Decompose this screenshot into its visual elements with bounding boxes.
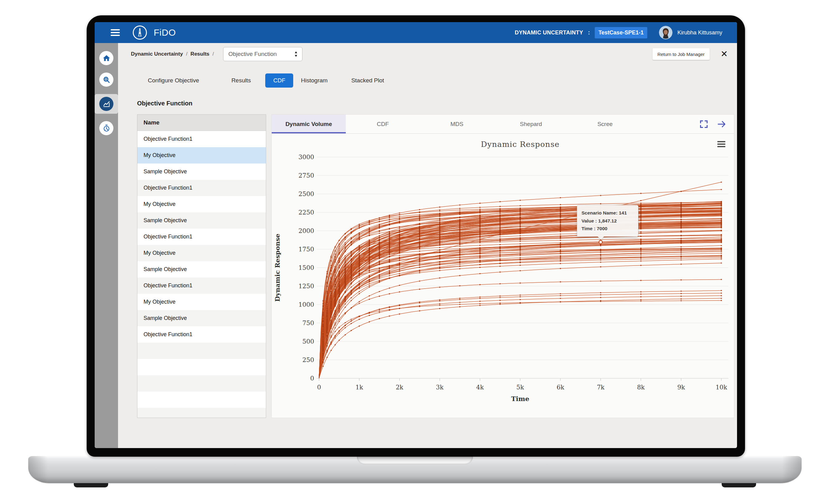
tooltip-pointer (597, 236, 604, 240)
chart-plot: 0250500750100012501500175020002250250027… (272, 134, 734, 418)
dynamic-response-chart: Dynamic Response 02505007501000125015001… (272, 134, 734, 418)
laptop-base (28, 456, 801, 483)
svg-text:6k: 6k (556, 383, 565, 391)
active-nav-highlight (95, 94, 118, 114)
svg-text:2500: 2500 (298, 190, 314, 198)
tooltip-time: Time : 7000 (581, 225, 634, 233)
svg-text:750: 750 (302, 319, 314, 327)
svg-text:1250: 1250 (298, 283, 314, 290)
svg-text:5k: 5k (516, 383, 524, 391)
empty-row (137, 359, 266, 375)
objective-row[interactable]: Objective Function1 (137, 278, 266, 294)
derrick-logo-icon (133, 26, 147, 40)
breadcrumb-bar: Dynamic Uncertainty / Results / Objectiv… (118, 43, 737, 65)
app-window: FiDO DYNAMIC UNCERTAINTY : TestCase-SPE1… (95, 22, 737, 448)
svg-text:1000: 1000 (298, 301, 314, 308)
objective-row[interactable]: Objective Function1 (137, 228, 266, 245)
svg-text:3k: 3k (436, 383, 444, 391)
app-title: FiDO (154, 27, 176, 38)
svg-text:1750: 1750 (298, 246, 314, 253)
page: FiDO DYNAMIC UNCERTAINTY : TestCase-SPE1… (0, 0, 828, 504)
objective-row[interactable]: Objective Function1 (137, 180, 266, 196)
return-to-job-manager-button[interactable]: Return to Job Manager (653, 48, 709, 60)
svg-text:250: 250 (302, 356, 314, 364)
menu-icon[interactable] (111, 29, 120, 36)
objective-function-select-value: Objective Function (229, 51, 277, 57)
chart-tab-shepard[interactable]: Shepard (494, 115, 568, 133)
empty-row (137, 343, 266, 359)
app-header: FiDO DYNAMIC UNCERTAINTY : TestCase-SPE1… (95, 22, 737, 43)
objective-function-table: Name Objective Function1My ObjectiveSamp… (137, 114, 266, 418)
svg-text:8k: 8k (637, 383, 645, 391)
chart-tab-dynamic-volume[interactable]: Dynamic Volume (272, 115, 346, 133)
chart-tab-cdf[interactable]: CDF (346, 115, 420, 133)
svg-text:Dynamic Response: Dynamic Response (274, 234, 281, 301)
page-tabs: Configure ObjectiveResultsCDFHistogramSt… (148, 71, 737, 90)
tab-stacked-plot[interactable]: Stacked Plot (351, 77, 384, 84)
objective-row[interactable]: My Objective (137, 245, 266, 261)
tab-configure-objective[interactable]: Configure Objective (148, 77, 199, 84)
svg-text:0: 0 (317, 383, 321, 391)
objective-row[interactable]: Objective Function1 (137, 326, 266, 343)
main-content: Dynamic Uncertainty / Results / Objectiv… (118, 43, 737, 448)
breadcrumb-divider: / (186, 51, 188, 57)
svg-text:2000: 2000 (298, 227, 314, 235)
svg-text:2750: 2750 (298, 172, 314, 179)
objective-row-selected[interactable]: My Objective (137, 147, 266, 164)
objective-function-select[interactable]: Objective Function (223, 47, 302, 61)
svg-text:7k: 7k (597, 383, 605, 391)
chart-tab-mds[interactable]: MDS (420, 115, 494, 133)
tab-histogram[interactable]: Histogram (301, 77, 328, 84)
svg-text:Time: Time (511, 395, 529, 403)
left-icon-rail (95, 43, 118, 448)
svg-text:1500: 1500 (298, 264, 314, 271)
objective-row[interactable]: Sample Objective (137, 212, 266, 228)
home-icon[interactable] (99, 51, 113, 65)
empty-row (137, 408, 266, 418)
svg-text:9k: 9k (677, 383, 686, 391)
tab-cdf[interactable]: CDF (265, 74, 293, 88)
svg-text:4k: 4k (476, 383, 484, 391)
context-separator: : (588, 30, 590, 36)
select-spinner-icon (294, 51, 298, 57)
objective-row[interactable]: My Objective (137, 294, 266, 310)
svg-text:2k: 2k (396, 383, 404, 391)
svg-text:0: 0 (310, 375, 314, 382)
close-icon[interactable]: ✕ (721, 50, 728, 58)
svg-text:3000: 3000 (298, 153, 314, 161)
laptop-notch (357, 456, 473, 464)
objective-row[interactable]: Sample Objective (137, 310, 266, 326)
avatar[interactable] (659, 26, 672, 39)
analytics-icon[interactable] (99, 97, 113, 111)
testcase-badge[interactable]: TestCase-SPE1-1 (595, 27, 647, 38)
svg-text:2250: 2250 (298, 209, 314, 216)
objective-function-section-title: Objective Function (137, 100, 737, 108)
chart-tooltip: Scenario Name: 141 Value : 1,847.12 Time… (577, 205, 638, 237)
breadcrumb: Dynamic Uncertainty / Results / (131, 51, 214, 57)
laptop-screen-bezel: FiDO DYNAMIC UNCERTAINTY : TestCase-SPE1… (87, 15, 745, 457)
svg-text:1k: 1k (355, 383, 363, 391)
fullscreen-icon[interactable] (699, 119, 709, 129)
breadcrumb-dynamic-uncertainty[interactable]: Dynamic Uncertainty (131, 51, 183, 57)
tooltip-scenario: Scenario Name: 141 (581, 209, 634, 217)
objective-row[interactable]: Sample Objective (137, 261, 266, 278)
arrow-right-icon[interactable] (717, 119, 727, 129)
context-label: DYNAMIC UNCERTAINTY (515, 30, 583, 36)
objective-row[interactable]: Objective Function1 (137, 131, 266, 147)
objective-row[interactable]: My Objective (137, 196, 266, 212)
chart-tab-scree[interactable]: Scree (568, 115, 642, 133)
objective-row[interactable]: Sample Objective (137, 164, 266, 180)
breadcrumb-divider: / (212, 51, 214, 57)
timer-icon[interactable] (99, 121, 113, 135)
tab-results[interactable]: Results (232, 77, 251, 84)
chart-tabs: Dynamic VolumeCDFMDSShepardScree (272, 115, 734, 134)
breadcrumb-results[interactable]: Results (191, 51, 209, 57)
svg-text:10k: 10k (715, 383, 727, 391)
table-header-name: Name (137, 115, 266, 131)
empty-row (137, 375, 266, 391)
tooltip-value: Value : 1,847.12 (581, 217, 634, 225)
svg-text:500: 500 (302, 338, 314, 345)
chart-panel: Dynamic VolumeCDFMDSShepardScree (272, 114, 734, 418)
user-name: Kirubha Kittusamy (677, 30, 722, 36)
globe-search-icon[interactable] (99, 73, 113, 87)
